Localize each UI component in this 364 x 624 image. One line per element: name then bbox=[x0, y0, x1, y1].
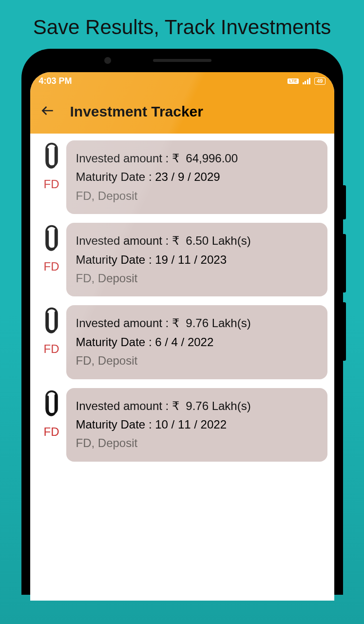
investment-card[interactable]: FD Invested amount : ₹ 9.76 Lakh(s) Matu… bbox=[37, 305, 327, 379]
lte-icon: LTE bbox=[287, 78, 298, 84]
maturity-date-label: Maturity Date : bbox=[76, 253, 152, 266]
status-time: 4:03 PM bbox=[39, 76, 72, 86]
paperclip-icon bbox=[42, 389, 61, 421]
category-row: FD, Deposit bbox=[76, 351, 318, 370]
currency-symbol: ₹ bbox=[172, 316, 179, 330]
maturity-date-row: Maturity Date : 23 / 9 / 2029 bbox=[76, 168, 318, 186]
status-bar: 4:03 PM LTE 49 bbox=[30, 72, 334, 90]
maturity-date-value: 19 / 11 / 2023 bbox=[155, 253, 227, 266]
category-row: FD, Deposit bbox=[76, 434, 318, 452]
card-body: Invested amount : ₹ 64,996.00 Maturity D… bbox=[66, 140, 327, 214]
paperclip-icon bbox=[42, 306, 61, 338]
investment-list: FD Invested amount : ₹ 64,996.00 Maturit… bbox=[30, 134, 334, 477]
maturity-date-row: Maturity Date : 6 / 4 / 2022 bbox=[76, 333, 318, 351]
invested-amount-row: Invested amount : ₹ 9.76 Lakh(s) bbox=[76, 397, 318, 415]
card-body: Invested amount : ₹ 9.76 Lakh(s) Maturit… bbox=[66, 305, 327, 379]
promo-headline: Save Results, Track Investments bbox=[0, 0, 364, 49]
arrow-left-icon bbox=[40, 103, 56, 118]
invested-amount-row: Invested amount : ₹ 64,996.00 bbox=[76, 149, 318, 168]
invested-amount-value: 9.76 Lakh(s) bbox=[186, 316, 250, 330]
maturity-date-value: 6 / 4 / 2022 bbox=[155, 335, 213, 349]
card-body: Invested amount : ₹ 9.76 Lakh(s) Maturit… bbox=[66, 388, 327, 462]
maturity-date-label: Maturity Date : bbox=[76, 335, 152, 349]
category-row: FD, Deposit bbox=[76, 187, 318, 205]
investment-type-badge: FD bbox=[44, 342, 59, 356]
maturity-date-value: 23 / 9 / 2029 bbox=[155, 170, 220, 183]
phone-frame: 4:03 PM LTE 49 Investment Tracker FD bbox=[21, 49, 343, 595]
investment-card[interactable]: FD Invested amount : ₹ 64,996.00 Maturit… bbox=[37, 140, 327, 214]
investment-type-badge: FD bbox=[44, 425, 59, 439]
paperclip-icon bbox=[42, 141, 61, 174]
invested-amount-row: Invested amount : ₹ 9.76 Lakh(s) bbox=[76, 314, 318, 332]
currency-symbol: ₹ bbox=[172, 234, 179, 247]
screen: 4:03 PM LTE 49 Investment Tracker FD bbox=[30, 72, 334, 601]
maturity-date-value: 10 / 11 / 2022 bbox=[155, 418, 227, 431]
currency-symbol: ₹ bbox=[172, 152, 179, 165]
invested-amount-label: Invested amount : bbox=[76, 316, 169, 330]
investment-card[interactable]: FD Invested amount : ₹ 9.76 Lakh(s) Matu… bbox=[37, 388, 327, 462]
investment-type-badge: FD bbox=[44, 177, 59, 191]
signal-icon bbox=[303, 78, 311, 84]
invested-amount-label: Invested amount : bbox=[76, 234, 169, 247]
investment-type-badge: FD bbox=[44, 260, 59, 273]
battery-icon: 49 bbox=[314, 78, 325, 85]
maturity-date-row: Maturity Date : 19 / 11 / 2023 bbox=[76, 251, 318, 269]
back-button[interactable] bbox=[40, 103, 56, 121]
paperclip-icon bbox=[42, 224, 61, 256]
maturity-date-row: Maturity Date : 10 / 11 / 2022 bbox=[76, 415, 318, 434]
invested-amount-row: Invested amount : ₹ 6.50 Lakh(s) bbox=[76, 232, 318, 250]
currency-symbol: ₹ bbox=[172, 399, 179, 412]
invested-amount-label: Invested amount : bbox=[76, 399, 169, 412]
invested-amount-value: 64,996.00 bbox=[186, 152, 238, 165]
invested-amount-label: Invested amount : bbox=[76, 152, 169, 165]
maturity-date-label: Maturity Date : bbox=[76, 170, 152, 183]
page-title: Investment Tracker bbox=[70, 103, 203, 120]
category-row: FD, Deposit bbox=[76, 269, 318, 288]
invested-amount-value: 9.76 Lakh(s) bbox=[186, 399, 250, 412]
invested-amount-value: 6.50 Lakh(s) bbox=[186, 234, 250, 247]
card-body: Invested amount : ₹ 6.50 Lakh(s) Maturit… bbox=[66, 223, 327, 296]
app-bar: Investment Tracker bbox=[30, 90, 334, 134]
maturity-date-label: Maturity Date : bbox=[76, 418, 152, 431]
investment-card[interactable]: FD Invested amount : ₹ 6.50 Lakh(s) Matu… bbox=[37, 223, 327, 296]
